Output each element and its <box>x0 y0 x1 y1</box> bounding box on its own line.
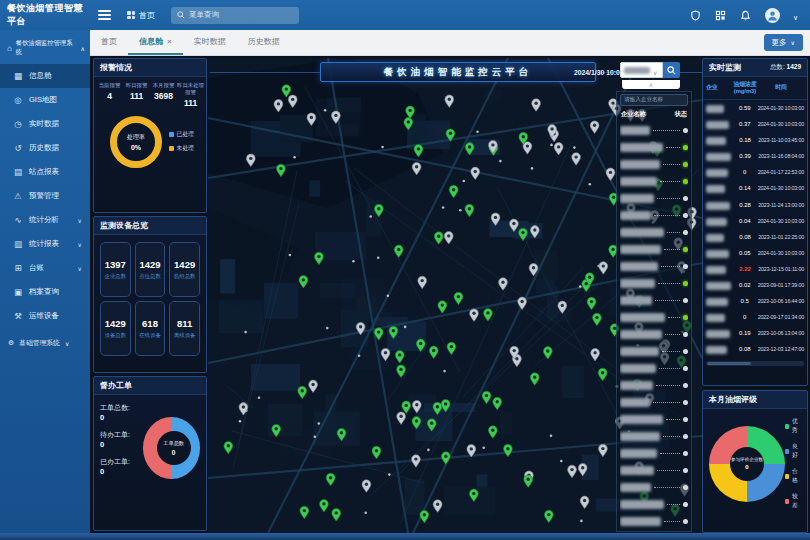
measure-time: 2023-11-16 08:04:00 <box>758 153 804 159</box>
enterprise-row[interactable] <box>620 241 688 258</box>
enterprise-row[interactable] <box>620 360 688 377</box>
enterprise-row[interactable] <box>620 496 688 513</box>
redacted-enterprise-name <box>620 313 665 322</box>
enterprise-row[interactable] <box>620 326 688 343</box>
device-stat-card[interactable]: 1397 企业总数 <box>100 242 131 297</box>
status-dot <box>683 264 688 269</box>
enterprise-row[interactable] <box>620 462 688 479</box>
menu-search-input[interactable]: 菜单查询 <box>171 7 299 24</box>
enterprise-row[interactable] <box>620 411 688 428</box>
sidebar-item-icon: ⚠ <box>13 191 23 201</box>
device-stat-card[interactable]: 618 在线设备 <box>135 301 166 356</box>
sidebar-item-label: 档案查询 <box>29 287 59 297</box>
enterprise-dropdown-collapse[interactable] <box>622 80 680 89</box>
sidebar-item[interactable]: ⚒ 运维设备 <box>0 304 90 328</box>
legend-label: 已处理 <box>177 130 194 139</box>
alarm-stat-label: 当前报警 <box>96 82 123 89</box>
enterprise-row[interactable] <box>620 479 688 496</box>
enterprise-row[interactable] <box>620 173 688 190</box>
tab[interactable]: 信息舱 × <box>128 30 183 55</box>
horizontal-scrollbar[interactable] <box>706 361 804 366</box>
enterprise-search-row <box>620 62 680 78</box>
sidebar-item[interactable]: ↺ 历史数据 <box>0 136 90 160</box>
redacted-enterprise-name <box>706 330 730 338</box>
enterprise-row[interactable] <box>620 275 688 292</box>
tab[interactable]: 实时数据 × <box>183 30 237 55</box>
sidebar-item[interactable]: ◷ 实时数据 <box>0 112 90 136</box>
enterprise-row[interactable] <box>620 139 688 156</box>
sidebar-item[interactable]: ⊞ 台账 <box>0 256 90 280</box>
device-cards: 1397 企业总数 1429 点位总数 1429 机组总数 1429 <box>94 235 206 363</box>
process-rate-donut: 处理率 0% <box>110 116 162 168</box>
sidebar-item[interactable]: ▦ 信息舱 <box>0 64 90 88</box>
realtime-row: 0 2024-01-17 22:53:00 <box>703 164 807 180</box>
device-stat-value: 618 <box>142 318 158 329</box>
enterprise-search-button[interactable] <box>663 62 680 78</box>
concentration-value: 0 <box>732 169 758 175</box>
sidebar-item-chevron-down-icon <box>78 216 82 225</box>
device-stat-card[interactable]: 1429 设备总数 <box>100 301 131 356</box>
sidebar-item[interactable]: ⚠ 预警管理 <box>0 184 90 208</box>
tab[interactable]: 首页 × <box>90 30 128 55</box>
sidebar-item[interactable]: ▤ 站点报表 <box>0 160 90 184</box>
notification-bell-icon[interactable] <box>740 9 752 21</box>
alarm-legend: 已处理 未处理 <box>169 130 194 153</box>
device-stat-value: 1397 <box>105 259 126 270</box>
enterprise-select[interactable] <box>620 62 663 78</box>
sidebar-item[interactable]: ∿ 统计分析 <box>0 208 90 232</box>
enterprise-row[interactable] <box>620 309 688 326</box>
enterprise-row[interactable] <box>620 122 688 139</box>
avatar[interactable] <box>765 8 780 23</box>
sidebar-item-label: 台账 <box>29 263 44 273</box>
sidebar-item-label: 实时数据 <box>29 119 59 129</box>
sidebar-item-icon: ∿ <box>13 215 23 225</box>
enterprise-row[interactable] <box>620 258 688 275</box>
hamburger-menu-icon[interactable] <box>98 10 111 20</box>
concentration-value: 0.39 <box>732 153 758 159</box>
map-banner: 餐饮油烟智能监控云平台 <box>320 62 596 82</box>
grid-icon <box>127 11 135 19</box>
user-menu-chevron-down-icon[interactable] <box>793 6 798 24</box>
enterprise-row[interactable] <box>620 224 688 241</box>
status-dot <box>683 162 688 167</box>
enterprise-row[interactable] <box>620 445 688 462</box>
device-stat-card[interactable]: 1429 机组总数 <box>169 242 200 297</box>
enterprise-row[interactable] <box>620 428 688 445</box>
tab-close-icon[interactable]: × <box>167 37 172 46</box>
redacted-enterprise-name <box>620 398 650 407</box>
col-concentration: 油烟浓度 <box>732 81 758 88</box>
measure-time: 2023-11-01 22:25:00 <box>758 234 804 240</box>
sidebar-group-system[interactable]: ⌂ 餐饮油烟监控管理系统 <box>0 30 90 64</box>
enterprise-row[interactable] <box>620 343 688 360</box>
sidebar-item[interactable]: ◎ GIS地图 <box>0 88 90 112</box>
workorder-value: 0 <box>100 440 141 449</box>
breadcrumb[interactable]: 首页 <box>127 10 155 21</box>
shield-icon[interactable] <box>690 9 702 21</box>
sidebar-group-base-system[interactable]: ⚙ 基础管理系统 <box>0 328 90 348</box>
device-stat-label: 离线设备 <box>174 332 196 339</box>
status-dot <box>683 485 688 490</box>
enterprise-row[interactable] <box>620 377 688 394</box>
realtime-row: 0.04 2024-01-30 10:03:00 <box>703 213 807 229</box>
enterprise-row[interactable] <box>620 513 688 529</box>
scrollbar-thumb[interactable] <box>707 362 751 365</box>
top-header: 餐饮油烟管理智慧平台 首页 菜单查询 <box>0 0 810 30</box>
device-stat-card[interactable]: 1429 点位总数 <box>135 242 166 297</box>
sidebar-item[interactable]: ▣ 档案查询 <box>0 280 90 304</box>
enterprise-name-input[interactable]: 请输入企业名称 <box>620 94 688 106</box>
device-stat-card[interactable]: 811 离线设备 <box>169 301 200 356</box>
more-button[interactable]: 更多 <box>764 34 803 51</box>
rating-donut: 参与评价企业数 0 <box>709 426 785 502</box>
bottom-bar <box>0 533 810 540</box>
fullscreen-icon[interactable] <box>715 9 727 21</box>
sidebar-item-label: 运维设备 <box>29 311 59 321</box>
sidebar-item[interactable]: ▥ 统计报表 <box>0 232 90 256</box>
enterprise-row[interactable] <box>620 292 688 309</box>
enterprise-row[interactable] <box>620 207 688 224</box>
enterprise-row[interactable] <box>620 156 688 173</box>
concentration-value: 0.08 <box>732 346 758 352</box>
enterprise-row[interactable] <box>620 394 688 411</box>
tab[interactable]: 历史数据 × <box>237 30 291 55</box>
sidebar-item-label: 统计报表 <box>29 239 59 249</box>
enterprise-row[interactable] <box>620 190 688 207</box>
